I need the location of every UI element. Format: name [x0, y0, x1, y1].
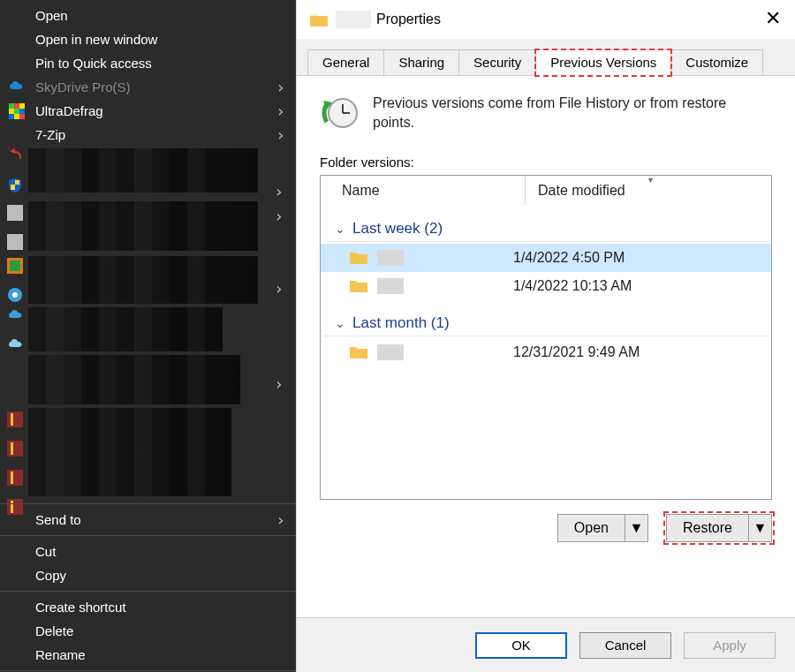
restore-button[interactable]: Restore — [666, 514, 749, 542]
chevron-right-icon: › — [274, 207, 284, 225]
restore-dropdown[interactable]: ▼ — [749, 514, 772, 542]
ctx-item-label: Send to — [35, 512, 81, 527]
folder-icon — [309, 11, 329, 28]
group-last-month[interactable]: ⌄ Last month (1) — [324, 306, 768, 336]
separator — [0, 591, 296, 592]
chevron-right-icon: › — [276, 78, 285, 96]
tab-label: Sharing — [398, 55, 444, 70]
separator — [0, 670, 296, 671]
context-menu: Open Open in new window Pin to Quick acc… — [0, 0, 296, 672]
app-icon — [7, 205, 23, 221]
ctx-item-delete[interactable]: Delete — [0, 619, 296, 643]
version-date: 1/4/2022 10:13 AM — [513, 278, 771, 294]
svg-rect-8 — [19, 114, 25, 119]
tab-previous-versions[interactable]: Previous Versions — [535, 49, 671, 76]
open-button[interactable]: Open — [557, 514, 625, 542]
list-label: Folder versions: — [320, 155, 772, 170]
svg-rect-21 — [7, 470, 23, 486]
ctx-item-label: SkyDrive Pro(S) — [35, 79, 131, 94]
svg-rect-6 — [9, 114, 14, 119]
versions-list: Name Date modified ▾ ⌄ Last week (2) 1/ — [320, 175, 772, 500]
restore-clock-icon — [320, 94, 355, 129]
tab-security[interactable]: Security — [458, 49, 536, 75]
chevron-right-icon: › — [276, 510, 285, 529]
cancel-button[interactable]: Cancel — [579, 632, 671, 659]
separator — [0, 503, 296, 504]
svg-rect-2 — [19, 103, 25, 109]
undo-icon — [7, 148, 23, 164]
svg-rect-19 — [7, 441, 23, 457]
sort-caret-icon: ▾ — [648, 175, 653, 185]
tab-strip: General Sharing Security Previous Versio… — [297, 39, 795, 76]
ctx-item-label: UltraDefrag — [35, 103, 103, 118]
tab-label: Previous Versions — [550, 55, 656, 70]
svg-rect-14 — [10, 260, 20, 271]
close-button[interactable]: ✕ — [760, 7, 786, 30]
column-name[interactable]: Name — [321, 176, 526, 206]
svg-point-16 — [12, 292, 18, 298]
ctx-item-label: Pin to Quick access — [35, 56, 152, 71]
archive-icon — [7, 470, 23, 486]
tab-customize[interactable]: Customize — [670, 49, 763, 75]
ctx-item-label: 7-Zip — [35, 127, 65, 142]
folder-icon — [349, 278, 368, 294]
ctx-item-copy[interactable]: Copy — [0, 563, 296, 587]
svg-rect-18 — [11, 413, 13, 426]
version-date: 1/4/2022 4:50 PM — [513, 250, 771, 266]
svg-rect-9 — [15, 180, 19, 185]
cloud-icon — [7, 336, 23, 352]
version-row[interactable]: 1/4/2022 4:50 PM — [321, 244, 771, 272]
folder-icon — [349, 344, 368, 360]
svg-rect-10 — [11, 185, 15, 190]
archive-icon — [7, 441, 23, 457]
group-title: Last month (1) — [352, 314, 450, 332]
archive-icon — [7, 412, 23, 427]
ctx-item-create-shortcut[interactable]: Create shortcut — [0, 595, 296, 619]
version-row[interactable]: 12/31/2021 9:49 AM — [321, 338, 771, 366]
ctx-item-send-to[interactable]: Send to › — [0, 508, 296, 532]
separator — [0, 535, 296, 536]
open-dropdown[interactable]: ▼ — [625, 514, 648, 542]
ctx-item-ultradefrag[interactable]: UltraDefrag › — [0, 99, 296, 123]
column-date-modified[interactable]: Date modified ▾ — [526, 176, 771, 206]
apply-button[interactable]: Apply — [684, 632, 776, 659]
ctx-item-label: Open in new window — [35, 32, 157, 47]
redacted-name — [377, 278, 404, 294]
dialog-title: Properties — [376, 11, 441, 27]
svg-rect-7 — [14, 114, 19, 119]
open-split-button: Open ▼ — [557, 514, 648, 542]
chevron-right-icon: › — [274, 279, 284, 298]
info-text: Previous versions come from File History… — [373, 94, 744, 132]
svg-rect-0 — [9, 103, 14, 109]
folder-icon — [349, 250, 368, 266]
chevron-right-icon: › — [276, 125, 285, 144]
tab-sharing[interactable]: Sharing — [383, 49, 459, 75]
ctx-item-open-new-window[interactable]: Open in new window — [0, 27, 296, 51]
titlebar: Properties ✕ — [297, 0, 795, 39]
group-title: Last week (2) — [352, 220, 443, 238]
svg-rect-20 — [11, 442, 13, 455]
ctx-item-cut[interactable]: Cut — [0, 540, 296, 563]
ctx-item-skydrive[interactable]: SkyDrive Pro(S) › — [0, 75, 296, 99]
dialog-footer: OK Cancel Apply — [297, 617, 795, 672]
redacted-name — [377, 344, 404, 360]
ctx-item-rename[interactable]: Rename — [0, 643, 296, 667]
svg-rect-3 — [9, 109, 14, 114]
properties-dialog: Properties ✕ General Sharing Security Pr… — [296, 0, 795, 672]
ctx-item-label: Cut — [35, 544, 56, 559]
ok-button[interactable]: OK — [475, 632, 567, 659]
chevron-right-icon: › — [276, 102, 285, 120]
ultradefrag-icon — [9, 103, 25, 119]
caret-down-icon: ▼ — [630, 520, 644, 536]
tab-general[interactable]: General — [307, 49, 384, 75]
svg-rect-22 — [11, 472, 13, 484]
group-last-week[interactable]: ⌄ Last week (2) — [324, 211, 768, 242]
ctx-item-open[interactable]: Open — [0, 4, 296, 27]
ctx-item-label: Rename — [35, 647, 86, 662]
ctx-item-pin-quick-access[interactable]: Pin to Quick access — [0, 51, 296, 75]
tab-label: Security — [473, 55, 521, 70]
version-row[interactable]: 1/4/2022 10:13 AM — [321, 272, 771, 300]
restore-split-button: Restore ▼ — [666, 514, 772, 542]
chevron-right-icon: › — [274, 374, 284, 393]
ctx-item-7zip[interactable]: 7-Zip › — [0, 123, 296, 147]
